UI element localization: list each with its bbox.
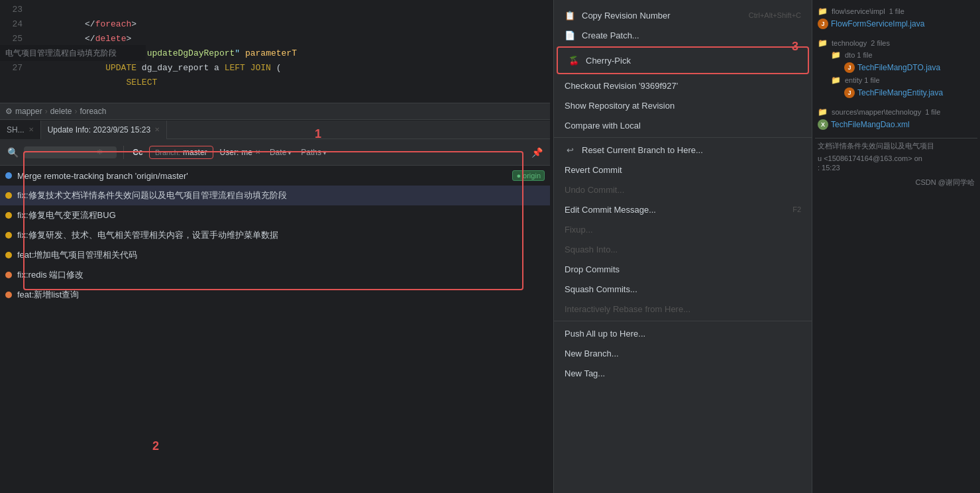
menu-show-repo[interactable]: Show Repository at Revision	[554, 95, 812, 115]
asterisk-icon: ✱	[97, 148, 103, 156]
commit-row-6[interactable]: fix:redis 端口修改	[0, 265, 550, 285]
commit-dot-4	[5, 232, 12, 239]
search-input[interactable]	[28, 148, 94, 157]
commit-row-2[interactable]: fix:修复技术文档详情条件失效问题以及电气项目管理流程自动填充阶段	[0, 186, 550, 205]
menu-copy-revision[interactable]: 📋 Copy Revision Number Ctrl+Alt+Shift+C	[554, 5, 812, 25]
annotation-2: 2	[152, 439, 159, 453]
commit-msg-1: Merge remote-tracking branch 'origin/mas…	[17, 171, 507, 181]
edit-commit-msg-label: Edit Commit Message...	[565, 205, 656, 215]
commit-dot-3	[5, 212, 12, 219]
reset-branch-icon: ↩	[565, 144, 575, 155]
menu-reset-branch[interactable]: ↩ Reset Current Branch to Here...	[554, 140, 812, 160]
date-filter[interactable]: Date ▾	[267, 146, 294, 158]
right-count-technology: 2 files	[871, 39, 890, 47]
menu-cherry-pick[interactable]: 🍒 Cherry-Pick	[557, 46, 809, 74]
right-file-dao[interactable]: X TechFileMangDao.xml	[815, 118, 977, 131]
breadcrumb-foreach[interactable]: foreach	[80, 107, 106, 116]
branch-filter[interactable]: Branch: master	[149, 146, 213, 159]
gear-icon[interactable]: ⚙	[5, 107, 13, 116]
right-section-technology: 📁 technology 2 files 📁 dto 1 file J Tech…	[815, 37, 977, 99]
paths-filter[interactable]: Paths ▾	[298, 146, 329, 158]
user-filter-close[interactable]: ✕	[255, 148, 260, 156]
branch-chip-label: Branch:	[155, 148, 180, 156]
right-subpath-dto-text: dto 1 file	[845, 51, 873, 59]
menu-push-all[interactable]: Push All up to Here...	[554, 323, 812, 343]
menu-drop-commits[interactable]: Drop Commits	[554, 259, 812, 279]
commit-dot-5	[5, 252, 12, 258]
breadcrumb-delete[interactable]: delete	[50, 107, 72, 116]
right-subpath-dto: 📁 dto 1 file	[828, 49, 977, 61]
menu-squash-into: Squash Into...	[554, 239, 812, 259]
right-path-mapper-text: sources\mapper\technology	[832, 108, 921, 116]
commit-dot-2	[5, 192, 12, 199]
commit-msg-6: fix:redis 端口修改	[17, 269, 545, 281]
page-title-area: 电气项目管理流程自动填充阶段	[0, 45, 146, 61]
menu-checkout-revision[interactable]: Checkout Revision '9369f927'	[554, 76, 812, 95]
date-chevron-icon: ▾	[288, 148, 292, 157]
watermark: CSDN @谢同学哈	[818, 178, 975, 188]
commit-row-3[interactable]: fix:修复电气变更流程BUG	[0, 205, 550, 225]
compare-local-label: Compare with Local	[565, 121, 641, 131]
right-subpath-entity: 📁 entity 1 file	[828, 74, 977, 86]
search-box[interactable]: ✱	[24, 146, 117, 158]
commit-dot-1	[5, 172, 12, 179]
new-tag-label: New Tag...	[565, 368, 605, 378]
breadcrumb-mapper[interactable]: mapper	[15, 107, 42, 116]
right-file-flowform-name: FlowFormServiceImpl.java	[831, 19, 924, 28]
menu-revert-commit[interactable]: Revert Commit	[554, 160, 812, 180]
paths-chevron-icon: ▾	[323, 148, 327, 157]
right-file-flowform[interactable]: J FlowFormServiceImpl.java	[815, 17, 977, 30]
folder-mapper-icon: 📁	[818, 107, 828, 117]
right-path-flow: 📁 flow\service\impl 1 file	[815, 5, 977, 17]
commit-row-4[interactable]: fix:修复研发、技术、电气相关管理相关内容，设置手动维护菜单数据	[0, 225, 550, 245]
interactive-rebase-label: Interactively Rebase from Here...	[565, 304, 690, 314]
right-section-mapper: 📁 sources\mapper\technology 1 file X Tec…	[815, 106, 977, 131]
create-patch-icon: 📄	[565, 30, 575, 40]
commit-list[interactable]: Merge remote-tracking branch 'origin/mas…	[0, 166, 550, 493]
right-file-dto[interactable]: J TechFileMangDTO.java	[828, 61, 977, 74]
java-icon-dto: J	[844, 62, 855, 73]
menu-create-patch[interactable]: 📄 Create Patch...	[554, 25, 812, 45]
menu-compare-local[interactable]: Compare with Local	[554, 115, 812, 135]
menu-new-tag[interactable]: New Tag...	[554, 363, 812, 383]
context-menu: 3 📋 Copy Revision Number Ctrl+Alt+Shift+…	[553, 0, 812, 493]
git-panel: 🔍 ✱ Cc Branch: master User: me ✕ Date ▾ …	[0, 139, 550, 493]
cherry-pick-label: Cherry-Pick	[586, 56, 631, 66]
right-subpath-entity-text: entity 1 file	[845, 76, 880, 84]
commit-author-text: u <15086174164@163.com> on	[818, 154, 975, 163]
menu-top-spacer	[554, 0, 812, 5]
new-branch-label: New Branch...	[565, 349, 619, 358]
fixup-label: Fixup...	[565, 225, 593, 235]
commit-msg-3: fix:修复电气变更流程BUG	[17, 209, 545, 221]
right-file-entity[interactable]: J TechFileMangEntity.java	[828, 86, 977, 99]
commit-msg-4: fix:修复研发、技术、电气相关管理相关内容，设置手动维护菜单数据	[17, 229, 545, 241]
tab-sh[interactable]: SH... ✕	[0, 121, 41, 139]
commit-row-7[interactable]: feat:新增list查询	[0, 285, 550, 305]
tab-update-info[interactable]: Update Info: 2023/9/25 15:23 ✕	[41, 121, 167, 139]
copy-revision-icon: 📋	[565, 10, 575, 21]
user-filter-label: User:	[220, 148, 239, 157]
git-toolbar: 🔍 ✱ Cc Branch: master User: me ✕ Date ▾ …	[0, 139, 550, 166]
tab-sh-close[interactable]: ✕	[28, 126, 34, 133]
pin-icon[interactable]: 📌	[529, 144, 545, 160]
toolbar-separator	[123, 146, 124, 159]
menu-edit-commit-msg[interactable]: Edit Commit Message... F2	[554, 199, 812, 219]
technology-sub: 📁 dto 1 file J TechFileMangDTO.java 📁 en…	[815, 49, 977, 99]
commit-row-5[interactable]: feat:增加电气项目管理相关代码	[0, 245, 550, 265]
drop-commits-label: Drop Commits	[565, 264, 620, 274]
menu-sep-1	[554, 137, 812, 138]
folder-dto-icon: 📁	[831, 50, 841, 60]
xml-icon-dao: X	[818, 119, 828, 130]
right-section-flow: 📁 flow\service\impl 1 file J FlowFormSer…	[815, 5, 977, 30]
commit-row-1[interactable]: Merge remote-tracking branch 'origin/mas…	[0, 166, 550, 186]
squash-into-label: Squash Into...	[565, 245, 618, 254]
menu-new-branch[interactable]: New Branch...	[554, 343, 812, 363]
undo-commit-label: Undo Commit...	[565, 185, 624, 195]
java-icon-entity: J	[844, 87, 855, 98]
branch-chip-value: master	[183, 148, 207, 157]
search-icon[interactable]: 🔍	[5, 145, 20, 160]
menu-squash-commits[interactable]: Squash Commits...	[554, 279, 812, 299]
code-line-23: </foreach>	[28, 3, 550, 17]
user-filter[interactable]: User: me ✕	[217, 146, 263, 158]
tab-update-close[interactable]: ✕	[154, 126, 160, 133]
